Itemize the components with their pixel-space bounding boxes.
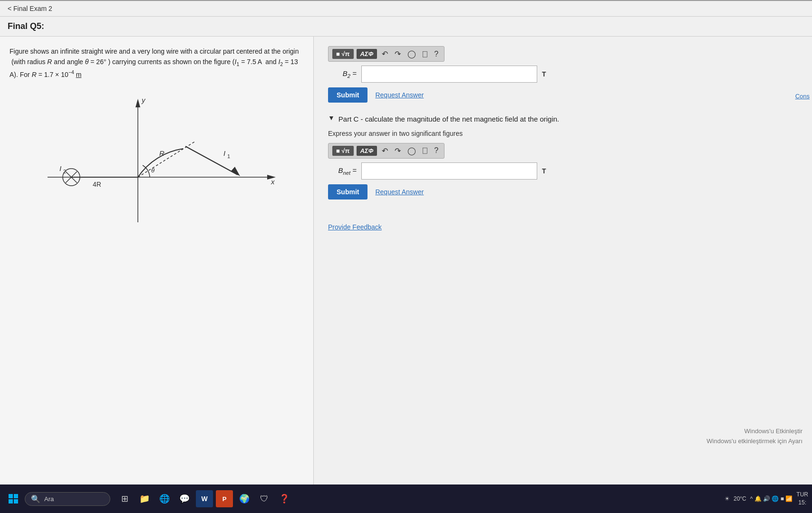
problem-description: Figure shows an infinite straight wire a… bbox=[10, 46, 304, 80]
part-b-section: ■ √π ΑΣΦ ↶ ↷ ◯ ⎕ ? B2 = T bbox=[328, 46, 798, 103]
svg-rect-23 bbox=[14, 499, 18, 504]
search-icon: 🔍 bbox=[31, 494, 40, 504]
part-c-instruction: Express your answer in two significant f… bbox=[328, 130, 798, 137]
temperature-display: 20°C bbox=[734, 495, 746, 502]
time-display: 15: bbox=[796, 499, 808, 507]
feedback-link[interactable]: Provide Feedback bbox=[328, 223, 382, 231]
physics-diagram: y x I 1 R bbox=[33, 89, 280, 232]
answer-toolbar-b2: ■ √π ΑΣΦ ↶ ↷ ◯ ⎕ ? bbox=[328, 46, 445, 62]
search-text: Ara bbox=[44, 495, 54, 503]
svg-line-7 bbox=[185, 146, 238, 175]
sqrt-button[interactable]: ■ √π bbox=[332, 49, 354, 59]
help-button-b2[interactable]: ? bbox=[432, 49, 440, 59]
svg-text:θ: θ bbox=[151, 167, 155, 174]
sqrt-icon: ■ bbox=[336, 50, 340, 57]
windows-logo-icon bbox=[8, 493, 19, 504]
top-right-con-link[interactable]: Cons bbox=[795, 93, 810, 100]
refresh-button[interactable]: ◯ bbox=[406, 48, 418, 59]
b2-unit: T bbox=[542, 70, 546, 78]
sqrt-button-c[interactable]: ■ √π bbox=[332, 146, 354, 156]
request-answer-b2[interactable]: Request Answer bbox=[375, 91, 424, 99]
undo-button[interactable]: ↶ bbox=[380, 48, 390, 59]
chrome-app[interactable]: 🌍 bbox=[236, 490, 253, 507]
submit-button-b2[interactable]: Submit bbox=[328, 87, 367, 103]
diagram-svg: y x I 1 R bbox=[33, 89, 280, 232]
submit-row-bnet: Submit Request Answer bbox=[328, 184, 798, 200]
svg-text:I: I bbox=[223, 149, 225, 157]
keyboard-button[interactable]: ⎕ bbox=[421, 49, 429, 59]
svg-text:I: I bbox=[59, 164, 61, 172]
bnet-unit: T bbox=[542, 167, 546, 175]
svg-marker-8 bbox=[231, 167, 240, 176]
breadcrumb-text[interactable]: < Final Exam 2 bbox=[8, 5, 52, 12]
powerpoint-app[interactable]: P bbox=[216, 490, 233, 507]
left-panel: Figure shows an infinite straight wire a… bbox=[0, 37, 314, 484]
sigma-button[interactable]: ΑΣΦ bbox=[357, 49, 377, 59]
bnet-label: Bnet = bbox=[328, 166, 357, 176]
svg-marker-1 bbox=[135, 99, 140, 107]
refresh-button-c[interactable]: ◯ bbox=[406, 145, 418, 156]
windows-watermark: Windows'u Etkinleştir Windows'u etkinleş… bbox=[706, 427, 802, 446]
redo-button[interactable]: ↷ bbox=[393, 48, 403, 59]
submit-button-bnet[interactable]: Submit bbox=[328, 184, 367, 200]
svg-text:x: x bbox=[271, 178, 275, 186]
svg-text:1: 1 bbox=[227, 153, 230, 159]
svg-rect-22 bbox=[9, 499, 13, 504]
security-app[interactable]: 🛡 bbox=[256, 490, 273, 507]
teams-app[interactable]: 💬 bbox=[176, 490, 193, 507]
watermark-line2: Windows'u etkinleştirmek için Ayarı bbox=[706, 437, 802, 446]
tray-icons: ^ 🔔 🔊 🌐 ■ 📶 bbox=[750, 495, 793, 502]
part-c-section: ▼ Part C - calculate the magnitude of th… bbox=[328, 114, 798, 231]
content-area: Figure shows an infinite straight wire a… bbox=[0, 37, 812, 484]
svg-text:y: y bbox=[141, 96, 146, 104]
files-app[interactable]: 📁 bbox=[136, 490, 153, 507]
word-app[interactable]: W bbox=[196, 490, 213, 507]
svg-rect-20 bbox=[9, 494, 13, 498]
taskview-app[interactable]: ⊞ bbox=[116, 490, 133, 507]
b2-input[interactable] bbox=[361, 66, 537, 83]
weather-icon: ☀ bbox=[725, 495, 730, 502]
right-panel: ■ √π ΑΣΦ ↶ ↷ ◯ ⎕ ? B2 = T bbox=[314, 37, 812, 484]
request-answer-bnet[interactable]: Request Answer bbox=[375, 188, 424, 196]
watermark-line1: Windows'u Etkinleştir bbox=[706, 427, 802, 437]
b2-label: B2 = bbox=[328, 69, 357, 79]
bnet-input[interactable] bbox=[361, 162, 537, 180]
sigma-button-c[interactable]: ΑΣΦ bbox=[357, 146, 377, 156]
start-button[interactable] bbox=[4, 489, 23, 508]
breadcrumb[interactable]: < Final Exam 2 bbox=[0, 1, 812, 17]
answer-row-b2: B2 = T bbox=[328, 66, 798, 83]
collapse-arrow-c[interactable]: ▼ bbox=[328, 114, 335, 122]
taskbar-system-tray: ☀ 20°C ^ 🔔 🔊 🌐 ■ 📶 TUR 15: bbox=[725, 491, 808, 507]
answer-row-bnet: Bnet = T bbox=[328, 162, 798, 180]
redo-button-c[interactable]: ↷ bbox=[393, 145, 403, 156]
undo-button-c[interactable]: ↶ bbox=[380, 145, 390, 156]
sqrt-icon-c: ■ bbox=[336, 147, 340, 154]
svg-text:4R: 4R bbox=[93, 180, 101, 188]
main-content: < Final Exam 2 Final Q5: Figure shows an… bbox=[0, 0, 812, 484]
help-button-c[interactable]: ? bbox=[432, 145, 440, 156]
page-title: Final Q5: bbox=[0, 17, 812, 37]
keyboard-button-c[interactable]: ⎕ bbox=[421, 145, 429, 156]
taskbar-apps: ⊞ 📁 🌐 💬 W P 🌍 🛡 ❓ bbox=[116, 490, 293, 507]
taskbar-search[interactable]: 🔍 Ara bbox=[25, 492, 110, 506]
submit-row-b2: Submit Request Answer bbox=[328, 87, 798, 103]
svg-rect-21 bbox=[14, 494, 18, 498]
taskbar: 🔍 Ara ⊞ 📁 🌐 💬 W P 🌍 🛡 ❓ ☀ 20°C ^ 🔔 🔊 🌐 ■… bbox=[0, 484, 812, 513]
edge-app[interactable]: 🌐 bbox=[156, 490, 173, 507]
help-app[interactable]: ❓ bbox=[276, 490, 293, 507]
part-c-title: Part C - calculate the magnitude of the … bbox=[338, 114, 559, 125]
taskbar-clock[interactable]: TUR 15: bbox=[796, 491, 808, 507]
answer-toolbar-bnet: ■ √π ΑΣΦ ↶ ↷ ◯ ⎕ ? bbox=[328, 143, 445, 159]
language-display: TUR bbox=[796, 491, 808, 499]
svg-text:2: 2 bbox=[63, 169, 66, 174]
part-c-header: ▼ Part C - calculate the magnitude of th… bbox=[328, 114, 798, 125]
